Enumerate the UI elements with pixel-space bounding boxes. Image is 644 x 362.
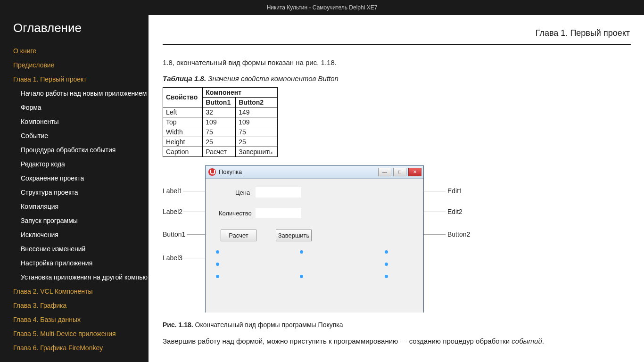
outro-text-pre: Завершив работу над формой, можно присту… [163,337,512,345]
annot-edit1: Edit1 [447,187,462,195]
annot-edit2: Edit2 [447,208,462,215]
outro-text-post: . [542,337,544,345]
toc-sub-start[interactable]: Начало работы над новым приложением [0,86,149,100]
toc-sub-changes[interactable]: Внесение изменений [0,242,149,256]
toc-item-preface[interactable]: Предисловие [0,58,149,72]
cell: Left [163,107,203,117]
cell: Caption [163,147,203,156]
window-title: Никита Культин - Самоучитель Delphi XE7 [0,0,644,15]
form-edit-quantity [256,208,301,218]
chapter-header: Глава 1. Первый проект [536,28,630,38]
toc-sub-compile[interactable]: Компиляция [0,199,149,214]
app-icon [208,168,216,176]
form-designer-canvas: Цена Количество Расчет Завершить [206,179,423,313]
annot-label3: Label3 [163,254,182,262]
toc-sub-exceptions[interactable]: Исключения [0,228,149,242]
toc-item-ch4[interactable]: Глава 4. Базы данных [0,313,149,327]
toc-item-ch5[interactable]: Глава 5. Multi-Device приложения [0,327,149,341]
toc-sub-components[interactable]: Компоненты [0,115,149,129]
table-row: Left 32 149 [163,107,278,117]
figure-caption-text: Окончательный вид формы программы Покупк… [193,321,343,329]
cell: 32 [203,107,236,117]
cell: 75 [203,127,236,137]
toc-item-about[interactable]: О книге [0,44,149,58]
app-root: Оглавление О книге Предисловие Глава 1. … [0,15,644,362]
figure-caption-number: Рис. 1.18. [163,321,193,329]
form-button-close: Завершить [276,230,312,241]
form-title: Покупка [219,168,378,175]
toc-item-ch2[interactable]: Глава 2. VCL Компоненты [0,284,149,298]
toc-item-ch6[interactable]: Глава 6. Графика FireMonkey [0,341,149,355]
figure-1-18: Label1 Label2 Button1 Label3 Edit1 Edit2… [163,165,474,316]
toc-sub-save[interactable]: Сохранение проекта [0,171,149,185]
table-caption-text: Значения свойств компонентов Button [206,74,339,82]
form-edit-price [256,187,301,197]
th-button1: Button1 [203,97,236,107]
cell: 75 [236,127,278,137]
cell: 25 [236,137,278,147]
annot-label1: Label1 [163,187,182,195]
cell: Завершить [236,147,278,156]
toc-sub-handler[interactable]: Процедура обработки события [0,143,149,157]
figure-caption: Рис. 1.18. Окончательный вид формы прогр… [163,321,644,329]
cell: 109 [203,117,236,127]
selection-handle [216,263,219,266]
selection-handle [300,275,303,278]
close-icon: ✕ [408,168,421,176]
th-button2: Button2 [236,97,278,107]
minimize-icon: — [378,168,391,176]
table-caption: Таблица 1.8. Значения свойств компоненто… [163,74,644,82]
form-titlebar: Покупка — □ ✕ [206,166,423,179]
table-caption-number: Таблица 1.8. [163,74,206,82]
toc-sub-form[interactable]: Форма [0,100,149,115]
cell: Top [163,117,203,127]
outro-paragraph: Завершив работу над формой, можно присту… [163,336,625,346]
properties-table: Свойство Компонент Button1 Button2 Left … [163,87,278,157]
selection-handle [385,275,388,278]
content-area[interactable]: Глава 1. Первый проект После того как на… [149,15,644,362]
selection-handle [216,275,219,278]
annot-button2: Button2 [447,230,470,238]
toc-sub-editor[interactable]: Редактор кода [0,157,149,171]
cell: 25 [203,137,236,147]
toc-sub-settings[interactable]: Настройка приложения [0,256,149,270]
cell: Расчет [203,147,236,156]
toc-sub-structure[interactable]: Структура проекта [0,185,149,199]
page-body: После того как на форму будут добавлены … [163,58,644,362]
selection-handle [385,263,388,266]
table-row: Top 109 109 [163,117,278,127]
annot-button1: Button1 [163,230,185,238]
window-buttons: — □ ✕ [378,168,421,176]
maximize-icon: □ [393,168,406,176]
toc-item-ch3[interactable]: Глава 3. Графика [0,298,149,313]
toc-item-ch1[interactable]: Глава 1. Первый проект [0,72,149,86]
table-row: Caption Расчет Завершить [163,147,278,156]
cell: 109 [236,117,278,127]
cell: 149 [236,107,278,117]
form-label-price: Цена [235,189,250,196]
th-property: Свойство [163,87,203,107]
selection-handle [385,250,388,254]
toc-sub-install[interactable]: Установка приложения на другой компьютер [0,270,149,284]
toc-sub-event[interactable]: Событие [0,129,149,143]
toc-sub-run[interactable]: Запуск программы [0,214,149,228]
form-button-calc: Расчет [221,230,256,241]
cell: Height [163,137,203,147]
selection-handle [216,250,219,254]
delphi-form-window: Покупка — □ ✕ Цена Количество Расчет [205,165,424,313]
cell: Width [163,127,203,137]
annot-label2: Label2 [163,208,182,215]
th-component: Компонент [203,87,278,97]
header-divider [163,44,631,45]
table-row: Height 25 25 [163,137,278,147]
selection-handle [300,250,303,254]
toc-sidebar: Оглавление О книге Предисловие Глава 1. … [0,15,149,362]
intro-paragraph: После того как на форму будут добавлены … [163,58,625,68]
toc-heading: Оглавление [13,21,149,35]
table-row: Width 75 75 [163,127,278,137]
outro-text-em: событий [512,337,542,345]
form-label-quantity: Количество [219,210,252,217]
